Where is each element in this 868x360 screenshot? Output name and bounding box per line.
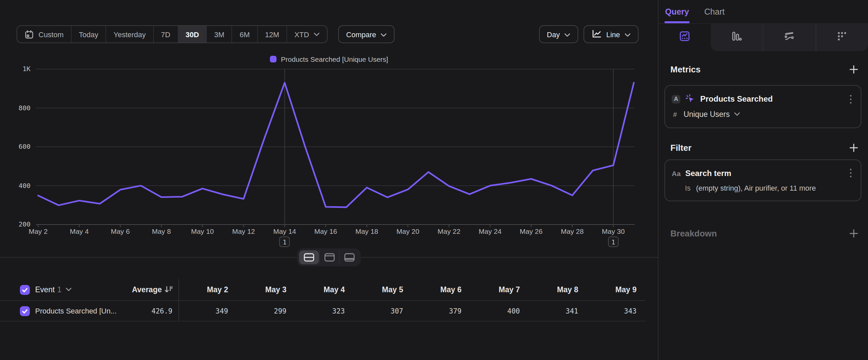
- count-type-icon: #: [673, 110, 677, 118]
- table-date-header[interactable]: May 8: [528, 286, 587, 294]
- date-range-label: XTD: [294, 30, 309, 38]
- event-count: 1: [57, 286, 62, 294]
- date-range-12m[interactable]: 12M: [257, 26, 286, 43]
- date-range-label: 7D: [161, 30, 170, 38]
- date-range-today[interactable]: Today: [71, 26, 106, 43]
- filter-value[interactable]: (empty string), Air purifier, or 11 more: [696, 184, 816, 192]
- tab-query[interactable]: Query: [664, 0, 690, 23]
- table-row: Products Searched [Un... 426.9 349299323…: [0, 301, 645, 322]
- split-view-button[interactable]: [299, 250, 319, 265]
- add-breakdown-button[interactable]: [849, 229, 858, 238]
- insights-icon: [679, 31, 690, 45]
- metrics-heading-row: Metrics: [658, 64, 868, 74]
- x-axis-label: May 12: [224, 227, 264, 235]
- x-axis-label: May 16: [306, 227, 345, 235]
- y-axis-label: 400: [5, 182, 31, 189]
- date-range-7d[interactable]: 7D: [153, 26, 178, 43]
- table-date-header[interactable]: May 9: [587, 286, 645, 294]
- add-filter-button[interactable]: [849, 143, 858, 152]
- table-date-header[interactable]: May 7: [470, 286, 528, 294]
- table-value-cell: 400: [470, 307, 528, 315]
- metric-card[interactable]: A Products Searched # Unique Users: [664, 85, 861, 128]
- x-axis-label: May 18: [347, 227, 386, 235]
- date-range-custom[interactable]: Custom: [17, 26, 71, 43]
- date-range-30d[interactable]: 30D: [178, 26, 206, 43]
- date-range-yesterday[interactable]: Yesterday: [106, 26, 153, 43]
- compare-button[interactable]: Compare: [338, 25, 395, 43]
- filter-card-row2: Is (empty string), Air purifier, or 11 m…: [672, 184, 852, 192]
- granularity-label: Day: [547, 30, 560, 38]
- metrics-heading: Metrics: [671, 64, 701, 74]
- aggregation-selector[interactable]: Unique Users: [684, 110, 740, 118]
- report-tab-funnels[interactable]: [711, 24, 763, 51]
- line-chart-icon: [591, 29, 601, 39]
- date-range-3m[interactable]: 3M: [206, 26, 232, 43]
- metric-kebab-menu[interactable]: [849, 94, 852, 104]
- row-checkbox[interactable]: [20, 306, 30, 316]
- x-axis-label: May 26: [511, 227, 551, 235]
- table-value-cell: 307: [353, 307, 412, 315]
- series-name: Products Searched [Un...: [35, 307, 117, 315]
- chart-type-button[interactable]: Line: [584, 25, 639, 43]
- chart-legend: Products Searched [Unique Users]: [0, 55, 658, 63]
- table-value-cell: 379: [412, 307, 470, 315]
- table-only-view-button[interactable]: [339, 250, 359, 265]
- date-range-label: Yesterday: [114, 30, 146, 38]
- x-axis-label: May 14: [265, 227, 305, 235]
- query-panel: Query Chart: [658, 0, 868, 360]
- table-value-cell: 341: [528, 307, 587, 315]
- legend-swatch: [270, 56, 276, 62]
- calendar-icon: [25, 30, 34, 39]
- tab-query-label: Query: [665, 7, 689, 16]
- date-range-label: 12M: [265, 30, 279, 38]
- metric-name: Products Searched: [700, 94, 773, 104]
- tab-chart[interactable]: Chart: [704, 0, 725, 23]
- chevron-down-icon: [381, 30, 387, 38]
- x-axis-label: May 30: [593, 227, 633, 235]
- filter-operator: Is: [685, 184, 691, 192]
- date-range-xtd[interactable]: XTD: [286, 26, 327, 43]
- annotation-badge[interactable]: 1: [279, 237, 290, 247]
- report-tab-insights[interactable]: [658, 24, 711, 51]
- analytics-app: CustomTodayYesterday7D30D3M6M12MXTD Comp…: [0, 0, 868, 360]
- y-axis-label: 1K: [5, 65, 31, 73]
- table-date-header[interactable]: May 6: [412, 286, 470, 294]
- table-row-event-cell: Products Searched [Un... 426.9: [0, 306, 178, 316]
- funnels-icon: [731, 31, 742, 45]
- metric-card-row1: A Products Searched: [672, 94, 852, 104]
- x-axis-label: May 10: [183, 227, 222, 235]
- add-metric-button[interactable]: [849, 65, 858, 74]
- table-value-cell: 343: [587, 307, 645, 315]
- table-date-header[interactable]: May 3: [237, 286, 295, 294]
- annotation-badge[interactable]: 1: [608, 237, 619, 247]
- line-series: [38, 83, 634, 207]
- compare-label: Compare: [346, 30, 376, 38]
- breakdown-heading: Breakdown: [671, 228, 717, 238]
- x-axis-label: May 20: [388, 227, 428, 235]
- chart-only-view-button[interactable]: [319, 250, 339, 265]
- filter-heading: Filter: [671, 142, 692, 153]
- y-axis-label: 200: [5, 221, 31, 228]
- chart-area[interactable]: 1K800600400200May 2May 4May 6May 8May 10…: [0, 66, 658, 259]
- event-click-icon: [685, 94, 695, 104]
- report-tab-flows[interactable]: [763, 24, 815, 51]
- aggregation-label: Unique Users: [684, 110, 730, 118]
- average-column-header[interactable]: Average: [132, 286, 173, 294]
- date-range-6m[interactable]: 6M: [232, 26, 257, 43]
- chart-type-label: Line: [606, 30, 620, 38]
- x-axis-label: May 2: [18, 227, 58, 235]
- table-column-divider: [178, 279, 179, 322]
- table-header-event-cell: Event 1 Average: [0, 285, 178, 295]
- table-date-header[interactable]: May 5: [353, 286, 412, 294]
- chevron-down-icon[interactable]: [66, 287, 72, 292]
- event-checkbox[interactable]: [20, 285, 30, 295]
- table-date-header[interactable]: May 2: [178, 286, 237, 294]
- filter-kebab-menu[interactable]: [849, 168, 852, 178]
- chevron-down-icon: [625, 30, 630, 38]
- filter-card[interactable]: Aa Search term Is (empty string), Air pu…: [664, 159, 861, 201]
- granularity-button[interactable]: Day: [539, 25, 578, 43]
- sort-descending-icon: [164, 286, 173, 294]
- table-date-header[interactable]: May 4: [295, 286, 353, 294]
- line-chart-svg: [0, 66, 658, 230]
- report-tab-retention[interactable]: [815, 24, 868, 51]
